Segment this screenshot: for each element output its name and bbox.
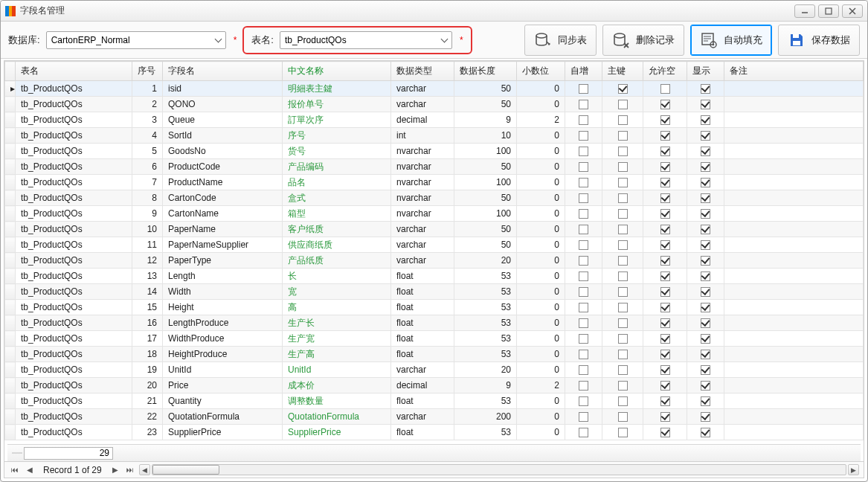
cell-tablename[interactable]: tb_ProductQOs bbox=[16, 206, 132, 222]
cell-datatype[interactable]: float bbox=[391, 315, 454, 331]
cell-pk[interactable] bbox=[602, 300, 643, 315]
cell-fieldname[interactable]: Height bbox=[163, 300, 283, 315]
checkbox[interactable] bbox=[701, 334, 710, 344]
cell-seq[interactable]: 10 bbox=[132, 222, 163, 237]
cell-display[interactable] bbox=[687, 190, 724, 206]
cell-datatype[interactable]: nvarchar bbox=[391, 206, 454, 222]
cell-decimals[interactable]: 0 bbox=[517, 300, 565, 315]
cell-autoinc[interactable] bbox=[565, 190, 602, 206]
cell-datatype[interactable]: decimal bbox=[391, 378, 454, 393]
cell-display[interactable] bbox=[687, 237, 724, 253]
cell-seq[interactable]: 5 bbox=[132, 144, 163, 159]
cell-nullable[interactable] bbox=[643, 128, 687, 144]
checkbox[interactable] bbox=[660, 100, 670, 109]
scroll-track[interactable] bbox=[152, 464, 846, 475]
checkbox[interactable] bbox=[701, 428, 710, 437]
checkbox[interactable] bbox=[618, 225, 628, 234]
checkbox[interactable] bbox=[701, 209, 710, 219]
cell-pk[interactable] bbox=[602, 347, 643, 362]
checkbox[interactable] bbox=[660, 350, 670, 359]
cell-pk[interactable] bbox=[602, 284, 643, 300]
cell-tablename[interactable]: tb_ProductQOs bbox=[16, 378, 132, 393]
checkbox[interactable] bbox=[660, 428, 670, 437]
checkbox[interactable] bbox=[618, 428, 628, 437]
cell-autoinc[interactable] bbox=[565, 269, 602, 284]
checkbox[interactable] bbox=[701, 256, 710, 266]
cell-pk[interactable] bbox=[602, 362, 643, 378]
cell-tablename[interactable]: tb_ProductQOs bbox=[16, 300, 132, 315]
cell-nullable[interactable] bbox=[643, 269, 687, 284]
cell-datalen[interactable]: 50 bbox=[454, 237, 517, 253]
checkbox[interactable] bbox=[618, 240, 628, 250]
cell-tablename[interactable]: tb_ProductQOs bbox=[16, 362, 132, 378]
delete-record-button[interactable]: 删除记录 bbox=[602, 25, 684, 56]
cell-datatype[interactable]: nvarchar bbox=[391, 175, 454, 190]
cell-cnname[interactable]: 供应商纸质 bbox=[283, 237, 391, 253]
checkbox[interactable] bbox=[618, 178, 628, 187]
cell-nullable[interactable] bbox=[643, 378, 687, 393]
checkbox[interactable] bbox=[579, 412, 588, 422]
cell-seq[interactable]: 2 bbox=[132, 97, 163, 112]
checkbox[interactable] bbox=[579, 381, 588, 391]
cell-datatype[interactable]: decimal bbox=[391, 112, 454, 128]
cell-seq[interactable]: 16 bbox=[132, 315, 163, 331]
cell-remark[interactable] bbox=[724, 175, 864, 190]
cell-nullable[interactable] bbox=[643, 97, 687, 112]
cell-datatype[interactable]: float bbox=[391, 331, 454, 347]
cell-nullable[interactable] bbox=[643, 362, 687, 378]
col-pk[interactable]: 主键 bbox=[602, 62, 643, 81]
cell-tablename[interactable]: tb_ProductQOs bbox=[16, 393, 132, 409]
cell-datalen[interactable]: 53 bbox=[454, 315, 517, 331]
cell-cnname[interactable]: 箱型 bbox=[283, 206, 391, 222]
checkbox[interactable] bbox=[660, 287, 670, 297]
cell-autoinc[interactable] bbox=[565, 253, 602, 269]
checkbox[interactable] bbox=[579, 100, 588, 109]
cell-datalen[interactable]: 53 bbox=[454, 284, 517, 300]
checkbox[interactable] bbox=[618, 209, 628, 219]
cell-fieldname[interactable]: Price bbox=[163, 378, 283, 393]
col-seq[interactable]: 序号 bbox=[132, 62, 163, 81]
table-row[interactable]: tb_ProductQOs19UnitIdUnitIdvarchar200 bbox=[5, 362, 864, 378]
cell-decimals[interactable]: 0 bbox=[517, 206, 565, 222]
cell-pk[interactable] bbox=[602, 159, 643, 175]
checkbox[interactable] bbox=[579, 209, 588, 219]
cell-tablename[interactable]: tb_ProductQOs bbox=[16, 222, 132, 237]
cell-autoinc[interactable] bbox=[565, 378, 602, 393]
cell-decimals[interactable]: 0 bbox=[517, 237, 565, 253]
checkbox[interactable] bbox=[660, 271, 670, 281]
cell-nullable[interactable] bbox=[643, 190, 687, 206]
cell-tablename[interactable]: tb_ProductQOs bbox=[16, 347, 132, 362]
checkbox[interactable] bbox=[660, 240, 670, 250]
cell-cnname[interactable]: 长 bbox=[283, 269, 391, 284]
database-dropdown[interactable]: CartonERP_Normal bbox=[46, 31, 226, 49]
cell-cnname[interactable]: 高 bbox=[283, 300, 391, 315]
cell-remark[interactable] bbox=[724, 97, 864, 112]
checkbox[interactable] bbox=[579, 115, 588, 125]
cell-seq[interactable]: 3 bbox=[132, 112, 163, 128]
table-row[interactable]: tb_ProductQOs4SortId序号int100 bbox=[5, 128, 864, 144]
cell-remark[interactable] bbox=[724, 206, 864, 222]
cell-decimals[interactable]: 0 bbox=[517, 284, 565, 300]
close-button[interactable] bbox=[842, 4, 863, 18]
checkbox[interactable] bbox=[618, 193, 628, 203]
checkbox[interactable] bbox=[660, 147, 670, 156]
checkbox[interactable] bbox=[579, 256, 588, 266]
cell-nullable[interactable] bbox=[643, 253, 687, 269]
cell-cnname[interactable]: 序号 bbox=[283, 128, 391, 144]
cell-nullable[interactable] bbox=[643, 409, 687, 425]
col-cnname[interactable]: 中文名称 bbox=[283, 62, 391, 81]
cell-display[interactable] bbox=[687, 409, 724, 425]
cell-datalen[interactable]: 200 bbox=[454, 409, 517, 425]
cell-remark[interactable] bbox=[724, 300, 864, 315]
cell-pk[interactable] bbox=[602, 206, 643, 222]
cell-pk[interactable] bbox=[602, 128, 643, 144]
cell-datalen[interactable]: 50 bbox=[454, 159, 517, 175]
cell-fieldname[interactable]: WidthProduce bbox=[163, 331, 283, 347]
save-data-button[interactable]: 保存数据 bbox=[778, 25, 860, 56]
footer-sum-input[interactable] bbox=[24, 447, 113, 460]
col-nullable[interactable]: 允许空 bbox=[643, 62, 687, 81]
checkbox[interactable] bbox=[579, 225, 588, 234]
cell-decimals[interactable]: 0 bbox=[517, 425, 565, 440]
cell-display[interactable] bbox=[687, 315, 724, 331]
checkbox[interactable] bbox=[618, 100, 628, 109]
